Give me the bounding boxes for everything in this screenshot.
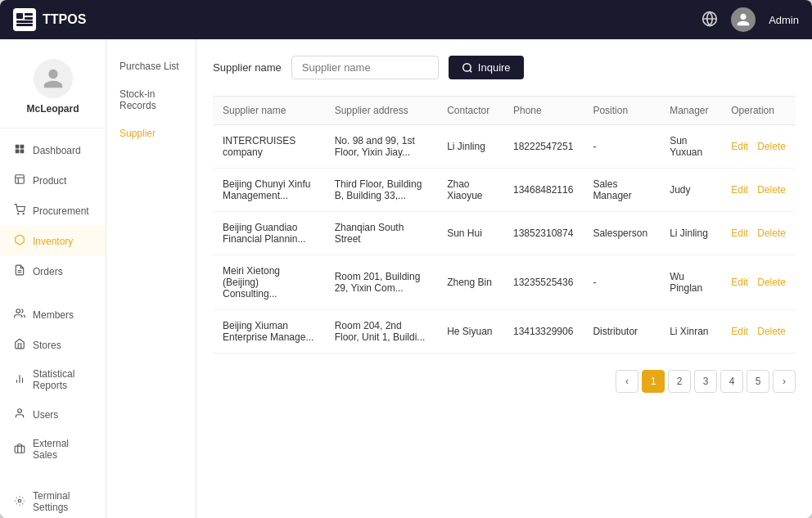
sidebar-item-stores-label: Stores [33,340,61,351]
svg-rect-10 [20,150,25,154]
delete-button[interactable]: Delete [757,141,786,152]
sidebar-item-statistical-reports[interactable]: Statistical Reports [0,360,106,399]
table-row: INTERCRUISES company No. 98 and 99, 1st … [213,125,796,169]
sub-sidebar: Purchase List Stock-in Records Supplier [106,39,196,518]
cell-position: - [583,125,660,169]
stores-icon [13,338,26,352]
cell-position: Distributor [583,310,660,354]
cell-manager: Li Jinling [660,212,721,255]
terminal-settings-icon [13,495,26,509]
col-phone: Phone [503,97,583,125]
app-title: TTPOS [43,12,86,27]
svg-rect-9 [16,150,20,154]
pagination-page-3[interactable]: 3 [694,370,717,393]
pagination-page-2[interactable]: 2 [668,370,691,393]
delete-button[interactable]: Delete [757,184,786,196]
svg-rect-3 [16,20,33,23]
svg-rect-4 [16,24,33,26]
procurement-icon [13,204,26,218]
cell-address: Room 201, Building 29, Yixin Com... [325,255,437,310]
cell-actions: Edit Delete [721,212,796,255]
sidebar-item-terminal-settings[interactable]: Terminal Settings [0,482,106,518]
inventory-icon [13,234,26,248]
external-sales-icon [13,443,26,457]
table-row: Beijing Chunyi Xinfu Management... Third… [213,169,796,212]
edit-button[interactable]: Edit [731,326,748,337]
cell-manager: Wu Pinglan [660,255,721,310]
topbar: TTPOS Admin [0,0,812,39]
svg-rect-7 [16,145,20,149]
search-bar: Supplier name Inquire [213,56,796,79]
delete-button[interactable]: Delete [757,227,786,239]
edit-button[interactable]: Edit [731,141,748,152]
app-window: TTPOS Admin [0,0,812,518]
sidebar-item-users[interactable]: Users [0,399,106,430]
cell-manager: Judy [660,169,721,212]
sidebar-item-members-label: Members [33,309,74,321]
svg-rect-1 [25,13,33,16]
pagination-next[interactable]: › [773,370,796,393]
col-position: Position [583,97,660,125]
edit-button[interactable]: Edit [731,277,748,288]
cell-phone: 13235525436 [503,255,583,310]
pagination-prev[interactable]: ‹ [616,370,638,393]
sidebar-item-orders[interactable]: Orders [0,256,106,286]
sidebar-item-product-label: Product [33,175,66,187]
table-row: Beijing Guandiao Financial Plannin... Zh… [213,212,796,255]
svg-rect-21 [15,446,25,453]
sidebar-item-orders-label: Orders [33,266,63,277]
sidebar-item-external-sales-label: External Sales [33,438,92,461]
pagination-page-1[interactable]: 1 [642,370,665,393]
delete-button[interactable]: Delete [757,277,786,288]
svg-point-22 [18,499,21,502]
svg-point-24 [463,63,471,70]
app-logo: TTPOS [13,8,86,31]
table-row: Meiri Xietong (Beijing) Consulting... Ro… [213,255,796,310]
cell-supplier-name: Beijing Guandiao Financial Plannin... [213,212,325,255]
sidebar-item-users-label: Users [33,409,58,421]
delete-button[interactable]: Delete [757,326,786,337]
sub-menu-supplier[interactable]: Supplier [106,119,196,147]
product-icon [13,173,26,187]
col-supplier-name: Supplier name [213,97,325,125]
cell-actions: Edit Delete [721,169,796,212]
cell-phone: 13468482116 [503,169,583,212]
table-row: Beijing Xiuman Enterprise Manage... Room… [213,310,796,354]
globe-icon[interactable] [701,11,718,29]
user-section: McLeopard [0,52,106,128]
cell-address: No. 98 and 99, 1st Floor, Yixin Jiay... [325,125,437,169]
sidebar-item-external-sales[interactable]: External Sales [0,430,106,469]
sidebar-item-procurement[interactable]: Procurement [0,196,106,226]
sidebar-item-members[interactable]: Members [0,300,106,330]
edit-button[interactable]: Edit [731,184,748,196]
inquire-button-label: Inquire [478,61,511,74]
svg-rect-0 [16,13,23,19]
search-label: Supplier name [213,61,282,74]
admin-avatar [731,7,756,32]
col-address: Supplier address [325,97,437,125]
user-name: McLeopard [26,103,79,115]
cell-position: Salesperson [583,212,660,255]
topbar-right: Admin [701,7,799,32]
pagination-page-5[interactable]: 5 [747,370,769,393]
sub-menu-purchase-list-label: Purchase List [120,61,179,72]
sidebar-item-product[interactable]: Product [0,165,106,196]
sidebar-item-stores[interactable]: Stores [0,330,106,360]
svg-line-25 [470,70,472,72]
cell-contactor: Zheng Bin [437,255,503,310]
main-layout: McLeopard Dashboard Product Procurement [0,39,812,518]
cell-contactor: Zhao Xiaoyue [437,169,503,212]
sidebar: McLeopard Dashboard Product Procurement [0,39,106,518]
inquire-button[interactable]: Inquire [449,56,524,79]
sidebar-item-inventory[interactable]: Inventory [0,226,106,256]
sub-menu-stock-in-records[interactable]: Stock-in Records [106,80,196,119]
pagination-page-4[interactable]: 4 [720,370,743,393]
sidebar-item-procurement-label: Procurement [33,205,89,217]
sidebar-item-terminal-settings-label: Terminal Settings [33,490,92,513]
search-input[interactable] [291,56,439,79]
edit-button[interactable]: Edit [731,227,748,239]
sub-menu-purchase-list[interactable]: Purchase List [106,52,196,80]
cell-supplier-name: Beijing Chunyi Xinfu Management... [213,169,325,212]
col-contactor: Contactor [437,97,503,125]
sidebar-item-dashboard[interactable]: Dashboard [0,135,106,165]
